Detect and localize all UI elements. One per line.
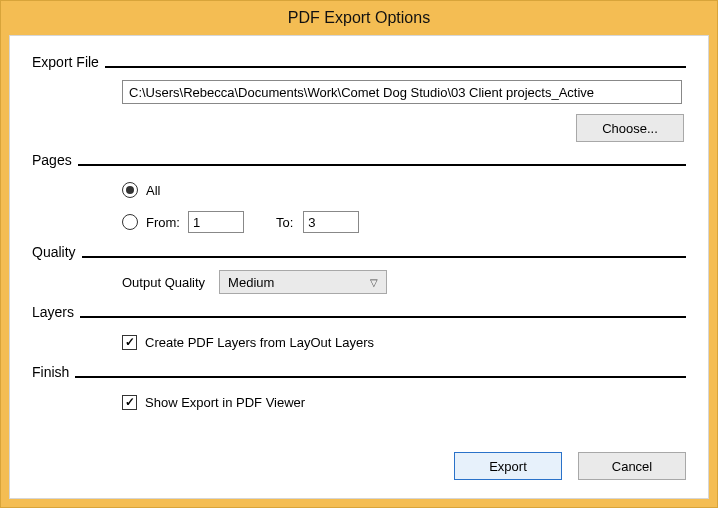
radio-all-label: All xyxy=(146,183,160,198)
section-label-quality: Quality xyxy=(32,244,82,262)
output-quality-label: Output Quality xyxy=(122,275,205,290)
from-input[interactable] xyxy=(188,211,244,233)
pages-from-row: From: To: xyxy=(122,210,686,234)
radio-from[interactable] xyxy=(122,214,138,230)
divider xyxy=(78,164,686,166)
to-input[interactable] xyxy=(303,211,359,233)
section-label-layers: Layers xyxy=(32,304,80,322)
chevron-down-icon: ▽ xyxy=(370,277,378,288)
radio-all[interactable] xyxy=(122,182,138,198)
section-label-pages: Pages xyxy=(32,152,78,170)
divider xyxy=(105,66,686,68)
create-layers-label: Create PDF Layers from LayOut Layers xyxy=(145,335,374,350)
to-label: To: xyxy=(276,215,293,230)
dialog-buttons: Export Cancel xyxy=(454,452,686,480)
radio-from-label: From: xyxy=(146,215,180,230)
divider xyxy=(80,316,686,318)
pages-body: All From: To: xyxy=(32,178,686,234)
section-layers-header: Layers xyxy=(32,304,686,322)
dialog-window: PDF Export Options Export File Choose...… xyxy=(0,0,718,508)
section-pages-header: Pages xyxy=(32,152,686,170)
quality-body: Output Quality Medium ▽ xyxy=(32,270,686,294)
show-export-checkbox[interactable] xyxy=(122,395,137,410)
choose-row: Choose... xyxy=(32,114,686,142)
section-label-export-file: Export File xyxy=(32,54,105,72)
section-finish-header: Finish xyxy=(32,364,686,382)
export-path-input[interactable] xyxy=(122,80,682,104)
divider xyxy=(82,256,686,258)
dialog-content: Export File Choose... Pages All From: To… xyxy=(9,35,709,499)
pages-all-row: All xyxy=(122,178,686,202)
show-export-label: Show Export in PDF Viewer xyxy=(145,395,305,410)
output-quality-value: Medium xyxy=(228,275,274,290)
finish-body: Show Export in PDF Viewer xyxy=(32,390,686,414)
section-export-file-header: Export File xyxy=(32,54,686,72)
choose-button[interactable]: Choose... xyxy=(576,114,684,142)
layers-body: Create PDF Layers from LayOut Layers xyxy=(32,330,686,354)
title-bar: PDF Export Options xyxy=(1,1,717,35)
export-button[interactable]: Export xyxy=(454,452,562,480)
layers-check-row: Create PDF Layers from LayOut Layers xyxy=(122,330,686,354)
create-layers-checkbox[interactable] xyxy=(122,335,137,350)
quality-row: Output Quality Medium ▽ xyxy=(122,270,686,294)
dialog-title: PDF Export Options xyxy=(288,9,430,27)
cancel-button[interactable]: Cancel xyxy=(578,452,686,480)
export-file-body xyxy=(32,80,686,104)
divider xyxy=(75,376,686,378)
section-label-finish: Finish xyxy=(32,364,75,382)
section-quality-header: Quality xyxy=(32,244,686,262)
output-quality-select[interactable]: Medium ▽ xyxy=(219,270,387,294)
finish-check-row: Show Export in PDF Viewer xyxy=(122,390,686,414)
